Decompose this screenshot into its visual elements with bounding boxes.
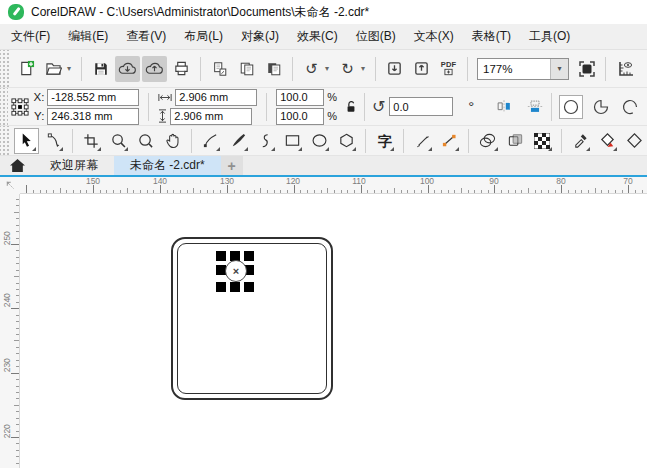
ruler-tick xyxy=(474,190,475,193)
drop-shadow-tool-button[interactable] xyxy=(475,128,500,154)
redo-icon: ↻ xyxy=(341,61,354,76)
cut-button[interactable] xyxy=(207,56,232,82)
open-folder-button[interactable] xyxy=(41,56,66,82)
document-tab-0[interactable]: 欢迎屏幕 xyxy=(34,156,114,175)
ruler-tick xyxy=(16,295,19,296)
selection-handle[interactable] xyxy=(230,282,240,292)
connector-tool-button[interactable] xyxy=(437,128,462,154)
smart-fill-tool-button[interactable] xyxy=(622,128,647,154)
paste-icon xyxy=(266,61,282,77)
menu-object[interactable]: 对象(J) xyxy=(232,24,288,49)
mesh-fill-tool-button[interactable] xyxy=(530,128,555,154)
fullscreen-preview-button[interactable] xyxy=(574,56,599,82)
chevron-down-icon[interactable]: ▾ xyxy=(361,64,369,73)
zoom-level-combobox[interactable]: 177%▾ xyxy=(477,58,569,80)
ruler-origin-icon[interactable] xyxy=(0,177,20,194)
redo-button[interactable]: ↻ xyxy=(335,56,360,82)
arc-mode-button[interactable] xyxy=(618,95,642,119)
menu-edit[interactable]: 编辑(E) xyxy=(59,24,117,49)
new-document-tab-button[interactable]: + xyxy=(221,156,243,175)
menu-text[interactable]: 文本(X) xyxy=(405,24,463,49)
x-position-input[interactable] xyxy=(47,89,139,106)
home-button[interactable] xyxy=(0,156,34,175)
crop-tool-button[interactable] xyxy=(79,128,104,154)
pdf-button[interactable]: PDF xyxy=(436,56,461,82)
selected-ellipse-shape[interactable]: × xyxy=(225,260,247,282)
new-document-button[interactable] xyxy=(14,56,39,82)
menu-tools[interactable]: 工具(O) xyxy=(520,24,579,49)
ruler-tick xyxy=(314,190,315,193)
menu-layout[interactable]: 布局(L) xyxy=(175,24,232,49)
cloud-upload-button[interactable] xyxy=(142,56,167,82)
ellipse-tool-button[interactable] xyxy=(307,128,332,154)
chevron-down-icon[interactable]: ▾ xyxy=(67,64,75,73)
dimension-tool-button[interactable] xyxy=(410,128,435,154)
undo-button[interactable]: ↺ xyxy=(299,56,324,82)
chevron-down-icon[interactable]: ▾ xyxy=(550,59,568,79)
import-button[interactable] xyxy=(382,56,407,82)
cloud-download-button[interactable] xyxy=(115,56,140,82)
save-button[interactable] xyxy=(88,56,113,82)
selection-handle[interactable] xyxy=(244,251,254,261)
mirror-vertical-button[interactable] xyxy=(526,99,544,114)
pan-tool-button[interactable] xyxy=(160,128,185,154)
document-tab-1[interactable]: 未命名 -2.cdr* xyxy=(114,156,221,175)
rotation-angle-input[interactable] xyxy=(389,97,453,116)
pie-mode-button[interactable] xyxy=(588,95,612,119)
menu-bitmaps[interactable]: 位图(B) xyxy=(347,24,405,49)
menu-view[interactable]: 查看(V) xyxy=(117,24,175,49)
scale-horizontal-input[interactable] xyxy=(276,89,324,106)
ruler-tick xyxy=(16,238,19,239)
interactive-fill-tool-button[interactable] xyxy=(595,128,620,154)
export-button[interactable] xyxy=(409,56,434,82)
pan-icon xyxy=(164,132,181,149)
print-button[interactable] xyxy=(169,56,194,82)
zoom-level-value: 177% xyxy=(478,63,550,75)
selection-handle[interactable] xyxy=(216,251,226,261)
selection-handle[interactable] xyxy=(216,282,226,292)
vertical-ruler[interactable]: 250240230220 xyxy=(0,194,20,468)
pick-tool-button[interactable] xyxy=(14,128,39,154)
drawing-canvas[interactable]: × xyxy=(20,194,647,468)
ellipse-mode-button[interactable] xyxy=(559,95,583,119)
chevron-down-icon[interactable]: ▾ xyxy=(325,64,333,73)
pdf-label: PDF xyxy=(441,61,457,69)
toolbar-separator xyxy=(467,57,468,81)
zoom-out-tool-button[interactable] xyxy=(133,128,158,154)
y-position-input[interactable] xyxy=(47,108,139,125)
copy-icon xyxy=(239,61,255,77)
eyedropper-tool-button[interactable] xyxy=(568,128,593,154)
text-tool-button[interactable]: 字 xyxy=(372,128,397,154)
cloud-download-icon xyxy=(118,61,137,76)
paste-button[interactable] xyxy=(261,56,286,82)
toolbar-grip[interactable] xyxy=(0,126,9,155)
degree-sign: ° xyxy=(468,98,474,115)
zoom-tool-button[interactable] xyxy=(106,128,131,154)
show-rulers-button[interactable] xyxy=(612,56,637,82)
selection-handle[interactable] xyxy=(244,282,254,292)
lock-ratio-icon[interactable] xyxy=(345,100,357,114)
freehand-tool-button[interactable] xyxy=(198,128,223,154)
menu-table[interactable]: 表格(T) xyxy=(463,24,520,49)
toolbar-grip[interactable] xyxy=(0,50,9,87)
menu-file[interactable]: 文件(F) xyxy=(2,24,59,49)
copy-button[interactable] xyxy=(234,56,259,82)
rectangle-tool-button[interactable] xyxy=(280,128,305,154)
polygon-tool-button[interactable] xyxy=(334,128,359,154)
menu-effects[interactable]: 效果(C) xyxy=(288,24,347,49)
toolbar-grip[interactable] xyxy=(0,88,8,125)
horizontal-ruler[interactable]: 150140130120110100908070 xyxy=(20,177,647,194)
scale-vertical-input[interactable] xyxy=(276,108,324,125)
ruler-tick xyxy=(16,270,19,271)
ruler-tick xyxy=(287,190,288,193)
object-width-input[interactable] xyxy=(175,89,257,106)
mirror-horizontal-button[interactable] xyxy=(495,99,513,114)
rectangle-icon xyxy=(284,132,301,149)
transparency-tool-button[interactable] xyxy=(503,128,528,154)
ruler-tick xyxy=(11,244,19,245)
bspline-tool-button[interactable] xyxy=(253,128,278,154)
shape-tool-button[interactable] xyxy=(41,128,66,154)
ruler-tick xyxy=(16,321,19,322)
artistic-media-tool-button[interactable] xyxy=(225,128,250,154)
object-height-input[interactable] xyxy=(170,108,252,125)
